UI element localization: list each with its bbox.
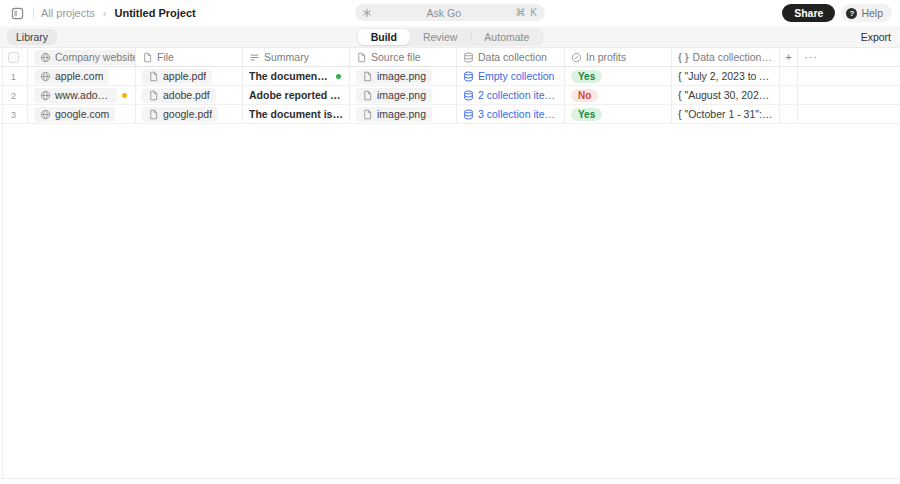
filler-cell bbox=[798, 86, 824, 104]
circle-slash-icon bbox=[571, 52, 582, 63]
breadcrumb-divider bbox=[33, 7, 34, 19]
header-in-profits[interactable]: In profits bbox=[565, 48, 672, 66]
tab-review[interactable]: Review bbox=[410, 29, 470, 45]
database-icon bbox=[463, 109, 474, 120]
select-all-cell bbox=[0, 48, 28, 66]
status-dot-green bbox=[336, 74, 341, 79]
file-icon bbox=[142, 52, 153, 63]
yes-badge: Yes bbox=[571, 70, 602, 83]
cell-summary[interactable]: Adobe reported record ... bbox=[243, 86, 350, 104]
question-mark-icon: ? bbox=[846, 8, 857, 19]
cell-summary[interactable]: The document is Alphabe... bbox=[243, 105, 350, 123]
cell-json[interactable]: { "August 30, 2024": 540... bbox=[672, 86, 780, 104]
tab-build[interactable]: Build bbox=[358, 29, 410, 45]
help-button[interactable]: ? Help bbox=[841, 4, 892, 22]
header-label: Summary bbox=[264, 51, 309, 63]
cell-json[interactable]: { "October 1 - 31": "$ ... bbox=[672, 105, 780, 123]
collection-link[interactable]: 2 collection items bbox=[463, 89, 558, 101]
sidebar-toggle-button[interactable] bbox=[8, 4, 26, 22]
sidebar-panel-icon bbox=[11, 7, 24, 20]
filler-cell bbox=[780, 105, 798, 123]
export-button[interactable]: Export bbox=[861, 31, 891, 43]
cell-data-collection[interactable]: 2 collection items bbox=[457, 86, 565, 104]
status-dot-yellow bbox=[122, 93, 127, 98]
row-number-cell[interactable]: 3 bbox=[0, 105, 28, 123]
ask-go-search[interactable]: Ask Go ⌘ K bbox=[355, 4, 545, 21]
header-label: Company website bbox=[55, 51, 136, 63]
filler-cell bbox=[780, 86, 798, 104]
header-label: Source file bbox=[371, 51, 421, 63]
header-label: In profits bbox=[586, 51, 626, 63]
select-all-checkbox[interactable] bbox=[8, 52, 19, 63]
cell-company-website[interactable]: apple.com bbox=[28, 67, 136, 85]
file-chip: image.png bbox=[356, 69, 432, 84]
row-number: 2 bbox=[11, 90, 16, 101]
breadcrumb: All projects › Untitled Project bbox=[8, 4, 196, 22]
globe-icon bbox=[40, 90, 51, 101]
row-number: 3 bbox=[11, 109, 16, 120]
header-summary[interactable]: Summary bbox=[243, 48, 350, 66]
top-bar: All projects › Untitled Project Ask Go ⌘… bbox=[0, 0, 900, 26]
header-company-website[interactable]: Company website bbox=[28, 48, 136, 66]
cell-source-file[interactable]: image.png bbox=[350, 86, 457, 104]
cell-source-file[interactable]: image.png bbox=[350, 105, 457, 123]
file-chip: image.png bbox=[356, 107, 432, 122]
cell-file[interactable]: google.pdf bbox=[136, 105, 243, 123]
cell-company-website[interactable]: www.adobe.com bbox=[28, 86, 136, 104]
cell-in-profits[interactable]: No bbox=[565, 86, 672, 104]
sparkle-icon bbox=[362, 8, 372, 18]
database-icon bbox=[463, 71, 474, 82]
file-icon bbox=[362, 71, 373, 82]
cell-in-profits[interactable]: Yes bbox=[565, 105, 672, 123]
search-placeholder: Ask Go bbox=[372, 7, 516, 19]
library-button[interactable]: Library bbox=[7, 29, 57, 45]
row-number-cell[interactable]: 1 bbox=[0, 67, 28, 85]
cell-company-website[interactable]: google.com bbox=[28, 105, 136, 123]
header-label: Data collection in JSON bbox=[693, 51, 773, 63]
file-chip: apple.pdf bbox=[142, 69, 212, 84]
row-number: 1 bbox=[11, 71, 16, 82]
table-row: 3 google.com bbox=[0, 105, 900, 124]
row-number-cell[interactable]: 2 bbox=[0, 86, 28, 104]
breadcrumb-all-projects[interactable]: All projects bbox=[41, 7, 95, 19]
file-icon bbox=[362, 109, 373, 120]
collection-link[interactable]: Empty collection bbox=[463, 70, 554, 82]
share-button[interactable]: Share bbox=[782, 4, 835, 22]
filler-cell bbox=[798, 67, 824, 85]
url-chip: www.adobe.com bbox=[34, 88, 117, 103]
data-table: Company website File Summary bbox=[0, 48, 900, 124]
header-source-file[interactable]: Source file bbox=[350, 48, 457, 66]
header-data-collection[interactable]: Data collection bbox=[457, 48, 565, 66]
file-icon bbox=[362, 90, 373, 101]
yes-badge: Yes bbox=[571, 108, 602, 121]
cell-json[interactable]: { "July 2, 2023 to August ... bbox=[672, 67, 780, 85]
help-label: Help bbox=[861, 7, 883, 19]
header-label: File bbox=[157, 51, 174, 63]
header-file[interactable]: File bbox=[136, 48, 243, 66]
header-data-collection-json[interactable]: { } Data collection in JSON bbox=[672, 48, 780, 66]
globe-icon bbox=[40, 71, 51, 82]
filler-cell bbox=[798, 105, 824, 123]
cell-source-file[interactable]: image.png bbox=[350, 67, 457, 85]
file-icon bbox=[148, 90, 159, 101]
collection-link[interactable]: 3 collection items bbox=[463, 108, 558, 120]
database-icon bbox=[463, 90, 474, 101]
cell-data-collection[interactable]: 3 collection items bbox=[457, 105, 565, 123]
tab-automate[interactable]: Automate bbox=[471, 29, 542, 45]
add-column-button[interactable]: + bbox=[780, 48, 798, 66]
cell-file[interactable]: adobe.pdf bbox=[136, 86, 243, 104]
braces-icon: { } bbox=[678, 52, 689, 63]
bottom-divider bbox=[0, 478, 900, 479]
topbar-actions: Share ? Help bbox=[782, 4, 892, 22]
url-chip: apple.com bbox=[34, 69, 109, 84]
cell-in-profits[interactable]: Yes bbox=[565, 67, 672, 85]
toolbar: Library Build Review Automate Export bbox=[0, 26, 900, 48]
cell-data-collection[interactable]: Empty collection bbox=[457, 67, 565, 85]
cell-file[interactable]: apple.pdf bbox=[136, 67, 243, 85]
file-icon bbox=[356, 52, 367, 63]
cell-summary[interactable]: The document is Appl... bbox=[243, 67, 350, 85]
header-label: Data collection bbox=[478, 51, 547, 63]
column-overflow-button[interactable]: ··· bbox=[798, 48, 824, 66]
globe-icon bbox=[40, 109, 51, 120]
breadcrumb-separator-icon: › bbox=[102, 7, 108, 19]
